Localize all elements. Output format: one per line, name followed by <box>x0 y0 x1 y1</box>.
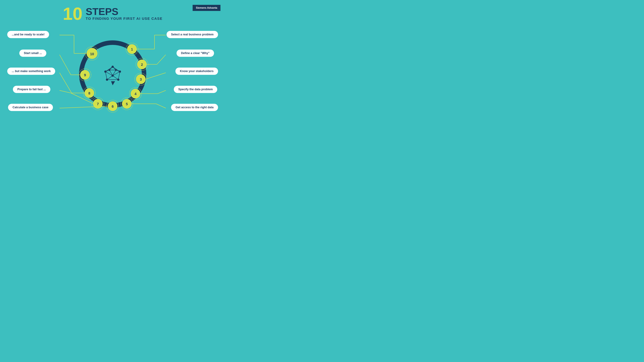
svg-line-48 <box>107 76 113 80</box>
label-make-work: ... but make something work <box>7 68 55 75</box>
svg-line-39 <box>113 67 120 72</box>
svg-line-43 <box>118 72 120 80</box>
label-business-problem: Select a real business problem <box>166 31 218 38</box>
svg-line-47 <box>113 76 118 80</box>
svg-line-71 <box>60 73 72 93</box>
label-data-problem: Specify the data problem <box>174 86 217 93</box>
brain-icon <box>104 66 121 85</box>
svg-text:9: 9 <box>84 73 86 77</box>
svg-text:3: 3 <box>140 78 142 82</box>
svg-line-60 <box>146 73 166 79</box>
svg-text:1: 1 <box>131 47 133 51</box>
svg-text:10: 10 <box>90 52 94 56</box>
svg-line-69 <box>60 55 71 75</box>
label-business-case: Calculate a business case <box>8 104 53 111</box>
label-right-data: Get access to the right data <box>171 104 218 111</box>
svg-text:2: 2 <box>141 62 143 66</box>
svg-text:5: 5 <box>126 102 128 106</box>
svg-line-40 <box>106 67 113 72</box>
label-start-small: Start small ... <box>19 50 46 57</box>
svg-line-73 <box>60 90 71 93</box>
svg-text:8: 8 <box>88 91 90 95</box>
svg-line-62 <box>158 90 166 94</box>
svg-line-64 <box>156 104 166 108</box>
svg-line-59 <box>157 55 166 64</box>
svg-line-45 <box>106 72 107 80</box>
label-define-why: Define a clear "Why" <box>176 50 214 57</box>
label-fail-fast: Prepare to fail fast ... <box>13 86 50 93</box>
svg-text:6: 6 <box>112 104 114 108</box>
label-stakeholders: Know your stakeholders <box>176 68 218 75</box>
svg-text:7: 7 <box>97 102 99 106</box>
label-scale: ...and be ready to scale! <box>7 31 49 38</box>
svg-text:4: 4 <box>134 92 136 96</box>
